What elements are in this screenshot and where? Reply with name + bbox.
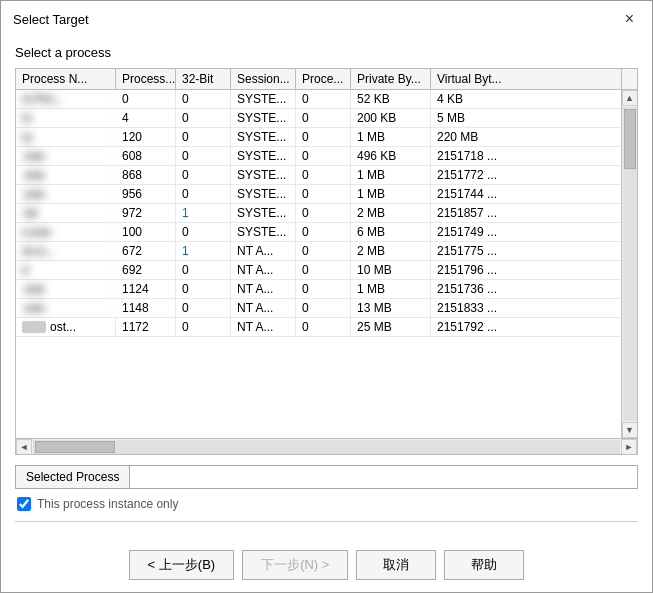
- cell-procid: 100: [116, 223, 176, 241]
- cell-procid: 0: [116, 90, 176, 108]
- next-button[interactable]: 下一步(N) >: [242, 550, 348, 580]
- cell-procid: 956: [116, 185, 176, 203]
- back-button[interactable]: < 上一步(B): [129, 550, 235, 580]
- header-scrollbar-spacer: [621, 69, 637, 90]
- cell-procname: .ke: [16, 204, 116, 222]
- cell-virtual: 2151749 ...: [431, 223, 531, 241]
- cell-virtual: 220 MB: [431, 128, 531, 146]
- cell-session: NT A...: [231, 261, 296, 279]
- cancel-button[interactable]: 取消: [356, 550, 436, 580]
- cell-session: SYSTE...: [231, 147, 296, 165]
- table-row[interactable]: .ke 972 1 SYSTE... 0 2 MB 2151857 ...: [16, 204, 621, 223]
- table-scroll[interactable]: m Pro... 0 0 SYSTE... 0 52 KB 4 KB m 4 0: [16, 90, 621, 438]
- table-row[interactable]: ost... 1172 0 NT A... 0 25 MB 2151792 ..…: [16, 318, 621, 337]
- checkbox-label: This process instance only: [37, 497, 178, 511]
- cell-32bit: 0: [176, 280, 231, 298]
- table-rows: m Pro... 0 0 SYSTE... 0 52 KB 4 KB m 4 0: [16, 90, 621, 337]
- table-row[interactable]: m Pro... 0 0 SYSTE... 0 52 KB 4 KB: [16, 90, 621, 109]
- cell-private: 1 MB: [351, 166, 431, 184]
- cell-procowner: 0: [296, 90, 351, 108]
- cell-private: 1 MB: [351, 280, 431, 298]
- table-row[interactable]: s.exe 100 0 SYSTE... 0 6 MB 2151749 ...: [16, 223, 621, 242]
- cell-private: 25 MB: [351, 318, 431, 336]
- cell-private: 1 MB: [351, 128, 431, 146]
- col-header-procowner[interactable]: Proce...: [296, 69, 351, 89]
- cell-procid: 4: [116, 109, 176, 127]
- scroll-left-button[interactable]: ◄: [16, 439, 32, 455]
- cell-session: SYSTE...: [231, 204, 296, 222]
- table-header: Process N... Process... 32-Bit Session..…: [16, 69, 621, 90]
- col-header-session[interactable]: Session...: [231, 69, 296, 89]
- table-row[interactable]: ry 120 0 SYSTE... 0 1 MB 220 MB: [16, 128, 621, 147]
- cell-32bit: 0: [176, 90, 231, 108]
- cell-private: 10 MB: [351, 261, 431, 279]
- table-row[interactable]: .exe 1148 0 NT A... 0 13 MB 2151833 ...: [16, 299, 621, 318]
- cell-32bit: 1: [176, 204, 231, 222]
- col-header-virtual[interactable]: Virtual Byt...: [431, 69, 531, 89]
- cell-procname: .exe: [16, 299, 116, 317]
- cell-32bit: 0: [176, 318, 231, 336]
- cell-32bit: 0: [176, 147, 231, 165]
- col-header-32bit[interactable]: 32-Bit: [176, 69, 231, 89]
- scroll-thumb[interactable]: [624, 109, 636, 169]
- cell-session: NT A...: [231, 318, 296, 336]
- horizontal-scrollbar[interactable]: ◄ ►: [16, 438, 637, 454]
- close-button[interactable]: ×: [619, 9, 640, 29]
- process-instance-checkbox[interactable]: [17, 497, 31, 511]
- dialog: Select Target × Select a process Process…: [0, 0, 653, 593]
- scroll-right-button[interactable]: ►: [621, 439, 637, 455]
- cell-procname: .exe: [16, 147, 116, 165]
- cell-virtual: 2151718 ...: [431, 147, 531, 165]
- cell-procname: m Pro...: [16, 90, 116, 108]
- cell-virtual: 2151792 ...: [431, 318, 531, 336]
- cell-32bit: 0: [176, 128, 231, 146]
- cell-procname: ost...: [16, 318, 116, 336]
- title-bar: Select Target ×: [1, 1, 652, 35]
- cell-virtual: 2151833 ...: [431, 299, 531, 317]
- cell-private: 496 KB: [351, 147, 431, 165]
- table-row[interactable]: .exe 608 0 SYSTE... 0 496 KB 2151718 ...: [16, 147, 621, 166]
- cell-procid: 868: [116, 166, 176, 184]
- table-row[interactable]: on.e... 672 1 NT A... 0 2 MB 2151775 ...: [16, 242, 621, 261]
- cell-session: SYSTE...: [231, 128, 296, 146]
- dialog-title: Select Target: [13, 12, 89, 27]
- table-row[interactable]: .exe 956 0 SYSTE... 0 1 MB 2151744 ...: [16, 185, 621, 204]
- cell-procowner: 0: [296, 223, 351, 241]
- table-row[interactable]: .exe 868 0 SYSTE... 0 1 MB 2151772 ...: [16, 166, 621, 185]
- checkbox-row: This process instance only: [15, 497, 638, 511]
- scroll-up-button[interactable]: ▲: [622, 90, 638, 106]
- cell-procowner: 0: [296, 204, 351, 222]
- table-row[interactable]: m 4 0 SYSTE... 0 200 KB 5 MB: [16, 109, 621, 128]
- cell-private: 2 MB: [351, 242, 431, 260]
- scroll-track[interactable]: [623, 107, 637, 421]
- cell-virtual: 4 KB: [431, 90, 531, 108]
- help-button[interactable]: 帮助: [444, 550, 524, 580]
- col-header-private[interactable]: Private By...: [351, 69, 431, 89]
- cell-32bit: 0: [176, 166, 231, 184]
- cell-procname: s.exe: [16, 223, 116, 241]
- table-row[interactable]: e 692 0 NT A... 0 10 MB 2151796 ...: [16, 261, 621, 280]
- cell-private: 1 MB: [351, 185, 431, 203]
- button-row: < 上一步(B) 下一步(N) > 取消 帮助: [1, 542, 652, 592]
- dialog-body: Select a process Process N... Process...…: [1, 35, 652, 542]
- cell-session: SYSTE...: [231, 166, 296, 184]
- hscroll-track[interactable]: [33, 440, 620, 454]
- cell-procid: 120: [116, 128, 176, 146]
- vertical-scrollbar[interactable]: ▲ ▼: [621, 90, 637, 438]
- cell-procowner: 0: [296, 242, 351, 260]
- cell-procid: 692: [116, 261, 176, 279]
- cell-private: 200 KB: [351, 109, 431, 127]
- selected-process-label: Selected Process: [15, 465, 130, 489]
- process-table: Process N... Process... 32-Bit Session..…: [15, 68, 638, 455]
- col-header-procname[interactable]: Process N...: [16, 69, 116, 89]
- cell-32bit: 0: [176, 223, 231, 241]
- cell-procid: 672: [116, 242, 176, 260]
- separator: [15, 521, 638, 522]
- table-row[interactable]: .exe 1124 0 NT A... 0 1 MB 2151736 ...: [16, 280, 621, 299]
- hscroll-thumb[interactable]: [35, 441, 115, 453]
- cell-private: 13 MB: [351, 299, 431, 317]
- scroll-down-button[interactable]: ▼: [622, 422, 638, 438]
- cell-virtual: 5 MB: [431, 109, 531, 127]
- cell-session: NT A...: [231, 299, 296, 317]
- col-header-procid[interactable]: Process...: [116, 69, 176, 89]
